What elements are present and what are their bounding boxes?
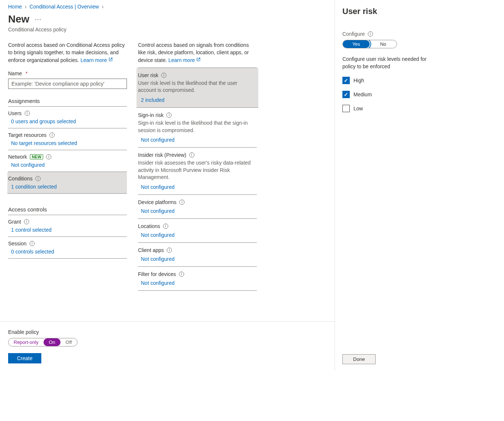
panel-title: User risk bbox=[342, 7, 436, 16]
locations-status-link[interactable]: Not configured bbox=[138, 232, 257, 238]
users-item[interactable]: Users i 0 users and groups selected bbox=[8, 107, 127, 128]
done-button[interactable]: Done bbox=[342, 354, 376, 364]
page-subtitle: Conditional Access policy bbox=[8, 27, 335, 32]
external-link-icon bbox=[108, 56, 113, 64]
assignments-header: Assignments bbox=[8, 98, 127, 107]
target-status-link[interactable]: No target resources selected bbox=[8, 140, 127, 146]
user-risk-panel: User risk Configure i Yes No Configure u… bbox=[335, 0, 444, 371]
filter-devices-condition[interactable]: Filter for devices i Not configured bbox=[138, 267, 257, 291]
user-risk-condition[interactable]: User risk i User risk level is the likel… bbox=[137, 68, 258, 108]
toggle-off[interactable]: Off bbox=[61, 338, 77, 346]
insider-risk-status-link[interactable]: Not configured bbox=[138, 184, 257, 190]
info-icon[interactable]: i bbox=[161, 73, 166, 78]
insider-risk-condition[interactable]: Insider risk (Preview) i Insider risk as… bbox=[138, 148, 257, 195]
conditions-status-link[interactable]: 1 condition selected bbox=[8, 184, 127, 190]
access-controls-header: Access controls bbox=[8, 206, 127, 215]
footer: Enable policy Report-only On Off Create bbox=[0, 321, 335, 371]
risk-low-row[interactable]: Low bbox=[342, 105, 436, 112]
page-title: New bbox=[8, 13, 30, 25]
policy-name-input[interactable] bbox=[8, 79, 127, 89]
policy-description: Control access based on Conditional Acce… bbox=[8, 41, 127, 64]
locations-condition[interactable]: Locations i Not configured bbox=[138, 219, 257, 243]
info-icon[interactable]: i bbox=[179, 272, 184, 277]
conditions-description: Control access based on signals from con… bbox=[138, 41, 257, 64]
breadcrumb: Home › Conditional Access | Overview › bbox=[8, 4, 335, 10]
checkbox-icon[interactable] bbox=[342, 77, 350, 84]
grant-status-link[interactable]: 1 control selected bbox=[8, 227, 127, 233]
client-apps-condition[interactable]: Client apps i Not configured bbox=[138, 243, 257, 267]
device-platforms-condition[interactable]: Device platforms i Not configured bbox=[138, 195, 257, 219]
info-icon[interactable]: i bbox=[30, 241, 35, 246]
toggle-report-only[interactable]: Report-only bbox=[8, 338, 44, 346]
info-icon[interactable]: i bbox=[25, 111, 30, 116]
checkbox-icon[interactable] bbox=[342, 91, 350, 98]
external-link-icon bbox=[196, 56, 201, 64]
target-resources-item[interactable]: Target resources i No target resources s… bbox=[8, 128, 127, 150]
info-icon[interactable]: i bbox=[179, 200, 184, 205]
chevron-right-icon: › bbox=[102, 4, 104, 10]
network-status-link[interactable]: Not configured bbox=[8, 162, 127, 168]
more-actions-icon[interactable]: ⋯ bbox=[35, 15, 42, 23]
breadcrumb-home[interactable]: Home bbox=[8, 4, 22, 10]
info-icon[interactable]: i bbox=[368, 31, 373, 37]
user-risk-status-link[interactable]: 2 included bbox=[138, 97, 257, 103]
info-icon[interactable]: i bbox=[167, 248, 172, 253]
configure-no[interactable]: No bbox=[370, 40, 397, 48]
users-status-link[interactable]: 0 users and groups selected bbox=[8, 118, 127, 124]
risk-medium-row[interactable]: Medium bbox=[342, 91, 436, 98]
checkbox-icon[interactable] bbox=[342, 105, 350, 112]
chevron-right-icon: › bbox=[25, 4, 27, 10]
new-badge: NEW bbox=[30, 154, 43, 159]
info-icon[interactable]: i bbox=[35, 176, 41, 181]
conditions-item[interactable]: Conditions i 1 condition selected bbox=[7, 172, 127, 194]
grant-item[interactable]: Grant i 1 control selected bbox=[8, 215, 127, 237]
configure-label: Configure i bbox=[342, 31, 436, 37]
info-icon[interactable]: i bbox=[166, 113, 172, 118]
configure-description: Configure user risk levels needed for po… bbox=[342, 56, 436, 70]
breadcrumb-overview[interactable]: Conditional Access | Overview bbox=[30, 4, 99, 10]
learn-more-link[interactable]: Learn more bbox=[80, 57, 113, 63]
enable-policy-label: Enable policy bbox=[8, 329, 327, 335]
toggle-on[interactable]: On bbox=[44, 338, 60, 346]
signin-risk-status-link[interactable]: Not configured bbox=[138, 137, 257, 143]
info-icon[interactable]: i bbox=[163, 224, 168, 229]
risk-high-row[interactable]: High bbox=[342, 77, 436, 84]
enable-policy-toggle[interactable]: Report-only On Off bbox=[8, 338, 77, 346]
device-platforms-status-link[interactable]: Not configured bbox=[138, 208, 257, 214]
info-icon[interactable]: i bbox=[46, 154, 51, 159]
signin-risk-condition[interactable]: Sign-in risk i Sign-in risk level is the… bbox=[138, 108, 257, 148]
create-button[interactable]: Create bbox=[8, 353, 41, 363]
learn-more-link[interactable]: Learn more bbox=[169, 57, 201, 63]
name-label: Name* bbox=[8, 70, 127, 76]
info-icon[interactable]: i bbox=[189, 152, 194, 158]
info-icon[interactable]: i bbox=[24, 219, 29, 224]
client-apps-status-link[interactable]: Not configured bbox=[138, 256, 257, 262]
session-status-link[interactable]: 0 controls selected bbox=[8, 249, 127, 255]
network-item[interactable]: Network NEW i Not configured bbox=[8, 150, 127, 172]
configure-yes[interactable]: Yes bbox=[343, 40, 370, 48]
session-item[interactable]: Session i 0 controls selected bbox=[8, 237, 127, 259]
info-icon[interactable]: i bbox=[49, 132, 55, 138]
configure-toggle[interactable]: Yes No bbox=[342, 40, 397, 48]
filter-devices-status-link[interactable]: Not configured bbox=[138, 280, 257, 286]
